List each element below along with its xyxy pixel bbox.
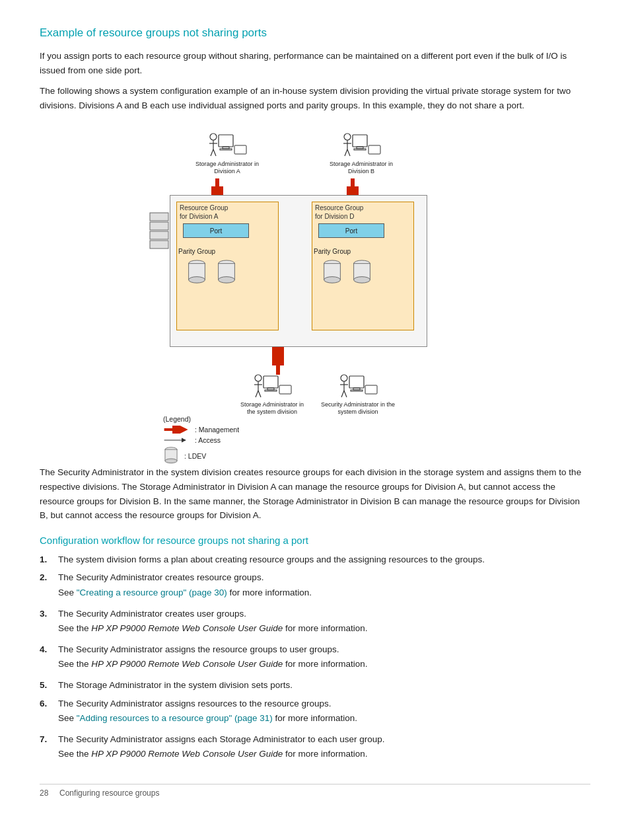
diagram-area: Storage Administrator in Division A Stor… xyxy=(40,126,590,449)
svg-point-37 xyxy=(354,277,370,284)
cylinder-a1 xyxy=(186,260,207,285)
cylinder-a2 xyxy=(216,260,237,285)
paragraph3: The Security Administrator in the system… xyxy=(40,465,590,522)
svg-point-40 xyxy=(255,375,262,381)
svg-rect-1 xyxy=(150,222,168,230)
svg-rect-57 xyxy=(365,385,377,394)
svg-rect-48 xyxy=(279,385,291,394)
person-b: Storage Administrator in Division B xyxy=(322,132,401,175)
svg-line-53 xyxy=(344,391,347,397)
svg-line-17 xyxy=(347,149,350,156)
port-box-b: Port xyxy=(318,223,384,238)
svg-rect-12 xyxy=(234,145,246,154)
svg-rect-9 xyxy=(219,135,233,147)
svg-line-7 xyxy=(211,149,213,156)
rg-b-label: Resource Group for Division D xyxy=(315,204,363,221)
footer-page-number: 28 xyxy=(40,788,48,798)
link-adding-resources[interactable]: "Adding resources to a resource group" (… xyxy=(77,713,273,723)
svg-rect-54 xyxy=(349,376,364,388)
arrow-up-center xyxy=(272,347,283,373)
diagram-container: Storage Administrator in Division A Stor… xyxy=(143,126,487,449)
step-6: The Security Administrator assigns resou… xyxy=(40,697,590,728)
sub-title: Configuration workflow for resource grou… xyxy=(40,535,590,546)
steps-list: The system division forms a plan about c… xyxy=(40,553,590,764)
person-a: Storage Administrator in Division A xyxy=(191,132,263,175)
step-2: The Security Administrator creates resou… xyxy=(40,570,590,602)
svg-rect-45 xyxy=(263,376,278,388)
step-1: The system division forms a plan about c… xyxy=(40,553,590,567)
svg-line-16 xyxy=(345,149,347,156)
svg-rect-56 xyxy=(351,390,363,391)
svg-line-44 xyxy=(258,391,261,397)
parity-label-a: Parity Group xyxy=(178,248,215,255)
diagram-legend: (Legend) : Management xyxy=(163,415,239,468)
svg-point-28 xyxy=(189,277,205,284)
person-sys-storage: Storage Administrator in the system divi… xyxy=(236,373,308,416)
legend-access: : Access xyxy=(163,436,239,444)
page-title: Example of resource groups not sharing p… xyxy=(40,26,590,40)
person-sys-security: Security Administrator in the system div… xyxy=(318,373,398,416)
legend-management: : Management xyxy=(163,426,239,434)
legend-ldev: : LDEV xyxy=(163,447,239,465)
svg-point-34 xyxy=(324,277,341,284)
svg-rect-47 xyxy=(265,390,277,391)
svg-rect-18 xyxy=(353,135,367,147)
footer: 28 Configuring resource groups xyxy=(40,784,590,798)
svg-point-31 xyxy=(219,277,235,284)
svg-rect-11 xyxy=(220,149,232,150)
svg-rect-2 xyxy=(150,231,168,239)
svg-rect-21 xyxy=(368,145,380,154)
svg-line-43 xyxy=(256,391,258,397)
svg-point-64 xyxy=(165,459,177,463)
port-box-a: Port xyxy=(183,223,249,238)
parity-label-b: Parity Group xyxy=(314,248,351,255)
cylinder-b1 xyxy=(322,260,343,285)
paragraph2: The following shows a system configurati… xyxy=(40,84,590,112)
svg-point-49 xyxy=(341,375,347,381)
svg-point-4 xyxy=(210,134,217,140)
svg-rect-3 xyxy=(150,241,168,248)
step-3: The Security Administrator creates user … xyxy=(40,607,590,638)
cylinder-b2 xyxy=(351,260,372,285)
svg-line-8 xyxy=(213,149,216,156)
step-4: The Security Administrator assigns the r… xyxy=(40,642,590,674)
rg-a-label: Resource Group for Division A xyxy=(180,204,228,221)
footer-section: Configuring resource groups xyxy=(59,788,159,798)
svg-rect-20 xyxy=(354,149,366,150)
link-creating-resource-group[interactable]: "Creating a resource group" (page 30) xyxy=(77,588,227,597)
step-7: The Security Administrator assigns each … xyxy=(40,732,590,764)
paragraph1: If you assign ports to each resource gro… xyxy=(40,49,590,77)
svg-rect-0 xyxy=(150,213,168,221)
storage-device-icon xyxy=(149,211,172,251)
svg-line-52 xyxy=(341,391,344,397)
step-5: The Storage Administrator in the system … xyxy=(40,678,590,693)
svg-point-13 xyxy=(344,134,351,140)
